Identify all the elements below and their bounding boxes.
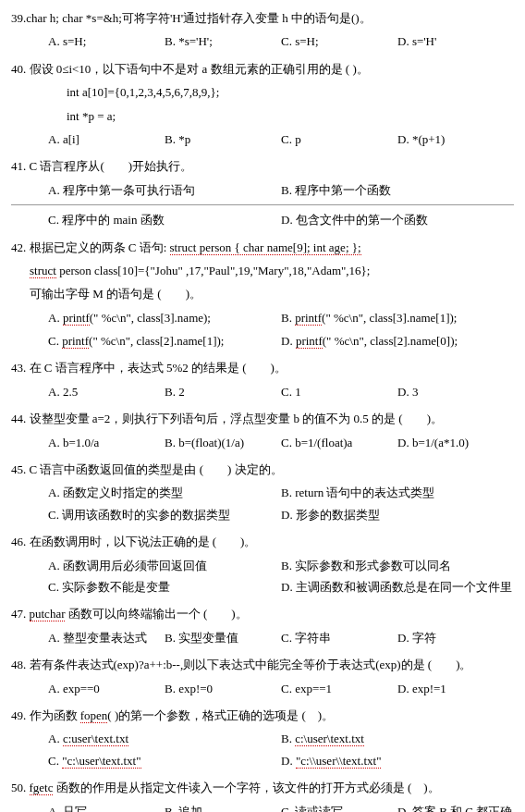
options: A. 只写 B. 追加 C. 读或读写 D. 答案 B 和 C 都正确 [11,801,514,813]
option-b: B. 实际参数和形式参数可以同名 [281,555,514,576]
code-line-1: int a[10]={0,1,2,3,4,5,6,7,8,9,}; [11,81,514,103]
option-c: C. b=1/(float)a [281,432,397,453]
option-a: A. a[i] [48,129,165,150]
option-d: D. "c:\\user\\text.txt" [281,750,514,771]
question-text: 43. 在 C 语言程序中，表达式 5%2 的结果是 ( )。 [11,357,514,378]
option-a: A. c:user\text.txt [48,728,281,749]
option-d: D. 包含文件中的第一个函数 [281,209,514,230]
question-44: 44. 设整型变量 a=2，则执行下列语句后，浮点型变量 b 的值不为 0.5 … [11,408,514,453]
question-46: 46. 在函数调用时，以下说法正确的是 ( )。 A. 函数调用后必须带回返回值… [11,531,514,597]
options-row2: C. 程序中的 main 函数 D. 包含文件中的第一个函数 [11,209,514,230]
option-c: C. p [281,129,397,150]
option-c: C. 读或读写 [281,801,397,813]
options: A. printf(" %c\n", class[3].name); B. pr… [11,307,514,352]
option-a: A. b=1.0/a [48,432,165,453]
question-text: 45. C 语言中函数返回值的类型是由 ( ) 决定的。 [11,459,514,480]
options: A. b=1.0/a B. b=(float)(1/a) C. b=1/(flo… [11,432,514,453]
option-a: A. 整型变量表达式 [48,627,165,648]
option-b: B. 追加 [165,801,281,813]
option-a: A. exp==0 [48,678,165,699]
question-text: 40. 假设 0≤i<10，以下语句中不是对 a 数组元素的正确引用的是 ( )… [11,58,514,80]
option-c: C. 调用该函数时的实参的数据类型 [48,504,281,525]
option-d: D. exp!=1 [397,678,514,699]
option-b: B. 2 [165,381,281,402]
option-d: D. 3 [397,381,514,402]
option-b: B. 程序中第一个函数 [281,179,514,201]
q-num: 39 [11,11,23,25]
option-c: C. "c:\user\text.txt" [48,750,281,771]
question-text-line3: 可输出字母 M 的语句是 ( )。 [11,283,514,304]
options: A. 函数调用后必须带回返回值 B. 实际参数和形式参数可以同名 C. 实际参数… [11,555,514,598]
options: A. s=H; B. *s='H'; C. s=H; D. s='H' [11,31,514,52]
option-a: A. 程序中第一条可执行语句 [48,179,281,201]
option-b: B. 实型变量值 [165,627,281,648]
option-d: D. *(p+1) [397,129,514,150]
question-text: 50. fgetc 函数的作用是从指定文件读入一个字符，该文件的打开方式必须是 … [11,777,514,798]
options: A. 2.5 B. 2 C. 1 D. 3 [11,381,514,402]
option-d: D. 主调函数和被调函数总是在同一个文件里 [281,576,514,597]
options-row1: A. 程序中第一条可执行语句 B. 程序中第一个函数 [11,179,514,201]
code-line-2: int *p = a; [11,105,514,127]
option-d: D. 形参的数据类型 [281,504,514,525]
option-d: D. 字符 [397,627,514,648]
option-a: A. s=H; [48,31,165,52]
q-body: char h; char *s=&h;可将字符'H'通过指针存入变量 h 中的语… [26,11,371,25]
option-d: D. printf(" %c\n", class[2].name[0]); [281,330,514,351]
option-b: B. *s='H'; [165,31,281,52]
options: A. a[i] B. *p C. p D. *(p+1) [11,129,514,150]
option-b: B. printf(" %c\n", class[3].name[1]); [281,307,514,328]
question-text: 39.char h; char *s=&h;可将字符'H'通过指针存入变量 h … [11,7,514,29]
option-c: C. printf(" %c\n", class[2].name[1]); [48,330,281,351]
options: A. 整型变量表达式 B. 实型变量值 C. 字符串 D. 字符 [11,627,514,648]
option-d: D. s='H' [397,31,514,52]
question-text-line2: struct person class[10]={"Johu" ,17,"Pau… [11,260,514,281]
question-49: 49. 作为函数 fopen( )的第一个参数，格式正确的选项是 ( )。 A.… [11,705,514,771]
question-text-line1: 42. 根据已定义的两条 C 语句: struct person { char … [11,237,514,258]
options: A. c:user\text.txt B. c:\user\text.txt C… [11,728,514,771]
option-a: A. 函数定义时指定的类型 [48,482,281,503]
option-c: C. 字符串 [281,627,397,648]
question-39: 39.char h; char *s=&h;可将字符'H'通过指针存入变量 h … [11,7,514,53]
question-text: 47. putchar 函数可以向终端输出一个 ( )。 [11,603,514,624]
question-50: 50. fgetc 函数的作用是从指定文件读入一个字符，该文件的打开方式必须是 … [11,777,514,812]
option-b: B. c:\user\text.txt [281,728,514,749]
question-text: 48. 若有条件表达式(exp)?a++:b--,则以下表达式中能完全等价于表达… [11,654,514,675]
option-b: B. *p [165,129,281,150]
option-a: A. printf(" %c\n", class[3].name); [48,307,281,328]
option-c: C. exp==1 [281,678,397,699]
option-c: C. 程序中的 main 函数 [48,209,281,230]
question-text: 44. 设整型变量 a=2，则执行下列语句后，浮点型变量 b 的值不为 0.5 … [11,408,514,429]
option-a: A. 函数调用后必须带回返回值 [48,555,281,576]
option-a: A. 只写 [48,801,165,813]
options: A. exp==0 B. exp!=0 C. exp==1 D. exp!=1 [11,678,514,699]
question-42: 42. 根据已定义的两条 C 语句: struct person { char … [11,237,514,352]
option-c: C. 1 [281,381,397,402]
option-b: B. exp!=0 [165,678,281,699]
option-a: A. 2.5 [48,381,165,402]
option-c: C. s=H; [281,31,397,52]
question-47: 47. putchar 函数可以向终端输出一个 ( )。 A. 整型变量表达式 … [11,603,514,648]
option-b: B. return 语句中的表达式类型 [281,482,514,503]
question-43: 43. 在 C 语言程序中，表达式 5%2 的结果是 ( )。 A. 2.5 B… [11,357,514,402]
question-text: 41. C 语言程序从( )开始执行。 [11,155,514,177]
divider [11,204,514,205]
question-40: 40. 假设 0≤i<10，以下语句中不是对 a 数组元素的正确引用的是 ( )… [11,58,514,151]
option-c: C. 实际参数不能是变量 [48,576,281,597]
question-45: 45. C 语言中函数返回值的类型是由 ( ) 决定的。 A. 函数定义时指定的… [11,459,514,525]
question-text: 49. 作为函数 fopen( )的第一个参数，格式正确的选项是 ( )。 [11,705,514,726]
option-d: D. 答案 B 和 C 都正确 [397,801,514,813]
options: A. 函数定义时指定的类型 B. return 语句中的表达式类型 C. 调用该… [11,482,514,525]
option-b: B. b=(float)(1/a) [165,432,281,453]
question-41: 41. C 语言程序从( )开始执行。 A. 程序中第一条可执行语句 B. 程序… [11,155,514,230]
question-48: 48. 若有条件表达式(exp)?a++:b--,则以下表达式中能完全等价于表达… [11,654,514,699]
question-text: 46. 在函数调用时，以下说法正确的是 ( )。 [11,531,514,552]
option-d: D. b=1/(a*1.0) [397,432,514,453]
struct-keyword: struct person { char name[9]; int age; }… [170,240,361,255]
